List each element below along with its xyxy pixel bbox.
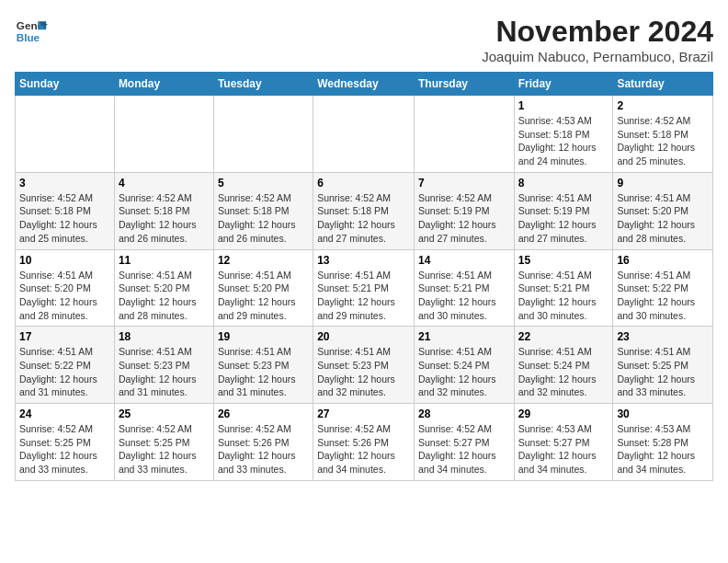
day-number: 12 <box>218 254 309 267</box>
calendar-cell <box>313 96 415 173</box>
day-number: 17 <box>19 330 110 343</box>
calendar-cell: 25Sunrise: 4:52 AM Sunset: 5:25 PM Dayli… <box>114 404 213 481</box>
calendar-cell: 5Sunrise: 4:52 AM Sunset: 5:18 PM Daylig… <box>213 172 313 249</box>
calendar-cell: 29Sunrise: 4:53 AM Sunset: 5:27 PM Dayli… <box>514 404 613 481</box>
day-number: 19 <box>218 330 309 343</box>
day-number: 27 <box>317 408 410 420</box>
day-info: Sunrise: 4:51 AM Sunset: 5:21 PM Dayligh… <box>418 269 510 323</box>
day-info: Sunrise: 4:51 AM Sunset: 5:25 PM Dayligh… <box>617 345 709 399</box>
weekday-header-cell: Tuesday <box>213 73 313 96</box>
day-info: Sunrise: 4:52 AM Sunset: 5:19 PM Dayligh… <box>418 191 510 246</box>
day-number: 25 <box>119 408 210 420</box>
weekday-header-cell: Friday <box>514 73 613 96</box>
day-info: Sunrise: 4:52 AM Sunset: 5:27 PM Dayligh… <box>418 422 510 477</box>
calendar-cell: 16Sunrise: 4:51 AM Sunset: 5:22 PM Dayli… <box>613 249 713 327</box>
calendar-body: 1Sunrise: 4:53 AM Sunset: 5:18 PM Daylig… <box>16 96 713 481</box>
day-number: 9 <box>617 177 709 190</box>
calendar-week-row: 24Sunrise: 4:52 AM Sunset: 5:25 PM Dayli… <box>16 404 713 481</box>
day-info: Sunrise: 4:51 AM Sunset: 5:22 PM Dayligh… <box>617 269 709 323</box>
day-info: Sunrise: 4:52 AM Sunset: 5:26 PM Dayligh… <box>218 422 309 477</box>
day-info: Sunrise: 4:52 AM Sunset: 5:25 PM Dayligh… <box>19 422 110 477</box>
calendar-cell: 20Sunrise: 4:51 AM Sunset: 5:23 PM Dayli… <box>313 327 415 404</box>
day-number: 7 <box>418 177 510 190</box>
day-number: 18 <box>119 330 210 343</box>
day-number: 30 <box>617 408 709 420</box>
day-info: Sunrise: 4:51 AM Sunset: 5:20 PM Dayligh… <box>218 269 309 323</box>
calendar-cell: 4Sunrise: 4:52 AM Sunset: 5:18 PM Daylig… <box>114 172 213 249</box>
calendar-cell: 8Sunrise: 4:51 AM Sunset: 5:19 PM Daylig… <box>514 172 613 249</box>
day-info: Sunrise: 4:51 AM Sunset: 5:21 PM Dayligh… <box>317 269 410 323</box>
day-info: Sunrise: 4:53 AM Sunset: 5:28 PM Dayligh… <box>617 422 709 477</box>
calendar-cell: 28Sunrise: 4:52 AM Sunset: 5:27 PM Dayli… <box>414 404 514 481</box>
day-info: Sunrise: 4:52 AM Sunset: 5:26 PM Dayligh… <box>317 422 410 477</box>
calendar-cell: 14Sunrise: 4:51 AM Sunset: 5:21 PM Dayli… <box>414 249 514 327</box>
calendar-cell <box>114 96 213 173</box>
day-info: Sunrise: 4:51 AM Sunset: 5:24 PM Dayligh… <box>518 345 609 399</box>
calendar-cell: 15Sunrise: 4:51 AM Sunset: 5:21 PM Dayli… <box>514 249 613 327</box>
svg-text:Blue: Blue <box>17 31 40 43</box>
calendar-cell: 7Sunrise: 4:52 AM Sunset: 5:19 PM Daylig… <box>414 172 514 249</box>
day-number: 24 <box>19 408 110 420</box>
day-number: 6 <box>317 177 410 190</box>
weekday-header-cell: Thursday <box>414 73 514 96</box>
day-info: Sunrise: 4:52 AM Sunset: 5:18 PM Dayligh… <box>119 191 210 246</box>
title-block: November 2024 Joaquim Nabuco, Pernambuco… <box>482 15 713 64</box>
day-number: 5 <box>218 177 309 190</box>
day-info: Sunrise: 4:52 AM Sunset: 5:18 PM Dayligh… <box>617 114 709 168</box>
day-number: 8 <box>518 177 609 190</box>
calendar-cell: 24Sunrise: 4:52 AM Sunset: 5:25 PM Dayli… <box>16 404 115 481</box>
calendar-cell: 27Sunrise: 4:52 AM Sunset: 5:26 PM Dayli… <box>313 404 415 481</box>
day-info: Sunrise: 4:51 AM Sunset: 5:23 PM Dayligh… <box>317 345 410 399</box>
calendar-cell <box>213 96 313 173</box>
day-number: 10 <box>19 254 110 267</box>
day-number: 16 <box>617 254 709 267</box>
day-info: Sunrise: 4:52 AM Sunset: 5:18 PM Dayligh… <box>317 191 410 246</box>
calendar-cell: 18Sunrise: 4:51 AM Sunset: 5:23 PM Dayli… <box>114 327 213 404</box>
calendar-cell: 19Sunrise: 4:51 AM Sunset: 5:23 PM Dayli… <box>213 327 313 404</box>
calendar-week-row: 1Sunrise: 4:53 AM Sunset: 5:18 PM Daylig… <box>16 96 713 173</box>
day-info: Sunrise: 4:52 AM Sunset: 5:25 PM Dayligh… <box>119 422 210 477</box>
calendar-week-row: 3Sunrise: 4:52 AM Sunset: 5:18 PM Daylig… <box>16 172 713 249</box>
day-number: 1 <box>518 99 609 112</box>
calendar-table: SundayMondayTuesdayWednesdayThursdayFrid… <box>15 72 713 481</box>
day-info: Sunrise: 4:51 AM Sunset: 5:24 PM Dayligh… <box>418 345 510 399</box>
calendar-cell: 17Sunrise: 4:51 AM Sunset: 5:22 PM Dayli… <box>16 327 115 404</box>
day-number: 13 <box>317 254 410 267</box>
calendar-cell: 26Sunrise: 4:52 AM Sunset: 5:26 PM Dayli… <box>213 404 313 481</box>
weekday-header-cell: Sunday <box>16 73 115 96</box>
calendar-cell: 30Sunrise: 4:53 AM Sunset: 5:28 PM Dayli… <box>613 404 713 481</box>
day-number: 2 <box>617 99 709 112</box>
day-number: 14 <box>418 254 510 267</box>
calendar-cell: 10Sunrise: 4:51 AM Sunset: 5:20 PM Dayli… <box>16 249 115 327</box>
calendar-cell: 3Sunrise: 4:52 AM Sunset: 5:18 PM Daylig… <box>16 172 115 249</box>
logo-icon: General Blue <box>15 15 48 48</box>
day-number: 20 <box>317 330 410 343</box>
day-number: 22 <box>518 330 609 343</box>
day-number: 15 <box>518 254 609 267</box>
day-info: Sunrise: 4:53 AM Sunset: 5:27 PM Dayligh… <box>518 422 609 477</box>
day-number: 26 <box>218 408 309 420</box>
calendar-cell: 11Sunrise: 4:51 AM Sunset: 5:20 PM Dayli… <box>114 249 213 327</box>
weekday-header-cell: Saturday <box>613 73 713 96</box>
day-info: Sunrise: 4:51 AM Sunset: 5:22 PM Dayligh… <box>19 345 110 399</box>
day-info: Sunrise: 4:51 AM Sunset: 5:20 PM Dayligh… <box>119 269 210 323</box>
calendar-cell: 9Sunrise: 4:51 AM Sunset: 5:20 PM Daylig… <box>613 172 713 249</box>
day-number: 11 <box>119 254 210 267</box>
day-info: Sunrise: 4:51 AM Sunset: 5:20 PM Dayligh… <box>617 191 709 246</box>
month-title: November 2024 <box>482 15 713 49</box>
day-number: 23 <box>617 330 709 343</box>
day-info: Sunrise: 4:51 AM Sunset: 5:23 PM Dayligh… <box>119 345 210 399</box>
calendar-cell: 21Sunrise: 4:51 AM Sunset: 5:24 PM Dayli… <box>414 327 514 404</box>
calendar-cell: 2Sunrise: 4:52 AM Sunset: 5:18 PM Daylig… <box>613 96 713 173</box>
weekday-header-cell: Monday <box>114 73 213 96</box>
day-info: Sunrise: 4:51 AM Sunset: 5:23 PM Dayligh… <box>218 345 309 399</box>
day-number: 21 <box>418 330 510 343</box>
day-number: 3 <box>19 177 110 190</box>
day-number: 4 <box>119 177 210 190</box>
day-info: Sunrise: 4:53 AM Sunset: 5:18 PM Dayligh… <box>518 114 609 168</box>
day-info: Sunrise: 4:51 AM Sunset: 5:19 PM Dayligh… <box>518 191 609 246</box>
calendar-cell: 22Sunrise: 4:51 AM Sunset: 5:24 PM Dayli… <box>514 327 613 404</box>
day-info: Sunrise: 4:52 AM Sunset: 5:18 PM Dayligh… <box>218 191 309 246</box>
location: Joaquim Nabuco, Pernambuco, Brazil <box>482 49 713 64</box>
logo: General Blue <box>15 15 48 48</box>
